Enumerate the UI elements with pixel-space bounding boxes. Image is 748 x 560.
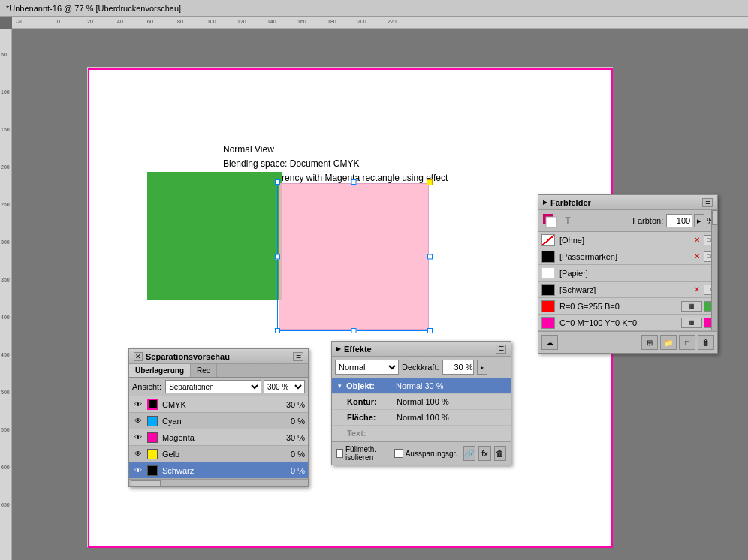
swatch-rgb-green-color [541, 300, 555, 312]
swatch-ohne-color [541, 234, 555, 246]
farbfelder-header[interactable]: ▶ Farbfelder ☰ [538, 195, 717, 210]
swatch-passermarken[interactable]: [Passermarken] ✕ □ [538, 248, 717, 265]
scrollbar-thumb[interactable] [712, 210, 718, 225]
sep-menu-btn[interactable]: ☰ [293, 352, 303, 361]
svg-rect-1 [546, 217, 556, 227]
effekte-list: ▾ Objekt: Normal 30 % Kontur: Normal 100… [332, 378, 511, 441]
sep-item-magenta[interactable]: 👁 Magenta 30 % [129, 429, 308, 446]
fill-color-btn[interactable] [541, 212, 558, 229]
swatch-passermarken-color [541, 251, 555, 263]
title-text: *Unbenannt-16 @ 77 % [Überdruckenvorscha… [6, 4, 181, 13]
sep-item-gelb[interactable]: 👁 Gelb 0 % [129, 446, 308, 462]
sep-scrollbar-thumb[interactable] [131, 480, 161, 486]
sep-scrollbar-h[interactable] [129, 479, 308, 486]
farbfelder-footer: ☁ ⊞ 📁 □ 🗑 [538, 331, 717, 353]
effekte-menu-btn[interactable]: ☰ [496, 345, 506, 354]
aussparungsgr-label: Aussparungsgr. [406, 450, 458, 458]
swatch-schwarz-x: ✕ [692, 285, 702, 295]
sep-ansicht-select[interactable]: Separationen [165, 380, 261, 393]
aussparungsgr-checkbox[interactable] [394, 449, 403, 458]
sep-eye-schwarz[interactable]: 👁 [132, 465, 144, 477]
swatch-papier-label: [Papier] [559, 269, 714, 278]
farbfelder-toolbar: T Farbton: ▸ % [538, 210, 717, 232]
effekte-objekt-label: Objekt: [346, 381, 391, 390]
effekte-title: Effekte [344, 345, 494, 354]
effekte-objekt-value: Normal 30 % [396, 381, 505, 390]
swatch-passermarken-x: ✕ [692, 251, 702, 262]
effekte-flaeche-label: Fläche: [347, 413, 392, 422]
sep-ansicht-label: Ansicht: [132, 382, 161, 391]
sep-eye-magenta[interactable]: 👁 [132, 432, 144, 444]
sep-color-magenta [147, 432, 158, 443]
sep-name-magenta: Magenta [162, 433, 282, 442]
effekte-objekt-expand[interactable]: ▾ [338, 382, 342, 390]
sep-close-btn[interactable]: ✕ [134, 352, 143, 361]
effekte-flaeche-value: Normal 100 % [397, 413, 505, 422]
farbfelder-menu-btn[interactable]: ☰ [702, 198, 713, 207]
sep-tab-ueberlagerung[interactable]: Überlagerung [129, 364, 191, 377]
sep-item-cyan[interactable]: 👁 Cyan 0 % [129, 413, 308, 429]
swatch-rgb-green-new1: ▦ [681, 301, 702, 312]
sep-tab-rec[interactable]: Rec [191, 364, 217, 377]
separationsvorschau-panel: ✕ Separationsvorschau ☰ Überlagerung Rec… [128, 348, 309, 487]
effekte-header[interactable]: ▶ Effekte ☰ [332, 342, 511, 357]
swatch-ohne[interactable]: [Ohne] ✕ □ [538, 232, 717, 248]
swatch-passermarken-label: [Passermarken] [559, 252, 690, 261]
swatch-list: [Ohne] ✕ □ [Passermarken] ✕ □ [Papier] [… [538, 232, 717, 331]
sep-controls: Ansicht: Separationen 300 % [129, 378, 308, 396]
sep-tabs: Überlagerung Rec [129, 364, 308, 378]
sep-header[interactable]: ✕ Separationsvorschau ☰ [129, 349, 308, 364]
effekte-kontur-label: Kontur: [347, 397, 392, 406]
sep-item-schwarz[interactable]: 👁 Schwarz 0 % [129, 462, 308, 479]
effekte-footer: Füllmeth. isolieren Aussparungsgr. 🔗 fx … [332, 441, 511, 465]
effekte-item-objekt[interactable]: ▾ Objekt: Normal 30 % [332, 378, 511, 394]
annotation-line2: Blending space: Document CMYK [223, 157, 448, 171]
sep-pct-gelb: 0 % [282, 450, 305, 459]
folder-icon-btn[interactable]: 📁 [660, 335, 677, 350]
text-color-btn[interactable]: T [559, 212, 576, 229]
farbton-arrow-btn[interactable]: ▸ [694, 214, 704, 227]
sep-eye-cyan[interactable]: 👁 [132, 415, 144, 427]
swatch-rgb-green[interactable]: R=0 G=255 B=0 ▦ [538, 298, 717, 315]
effekte-panel: ▶ Effekte ☰ Normal Deckkraft: ▸ ▾ Objekt… [331, 341, 511, 465]
ruler-horizontal: -20 0 20 40 60 80 100 120 140 160 180 20… [12, 17, 748, 29]
farbfelder-scrollbar[interactable] [711, 210, 717, 330]
swatch-cmyk-magenta-new1: ▦ [681, 318, 702, 328]
opacity-arrow-btn[interactable]: ▸ [477, 360, 487, 375]
effekte-triangle: ▶ [336, 345, 341, 352]
fuellmeth-checkbox[interactable] [336, 449, 343, 458]
swatch-schwarz-label: [Schwarz] [559, 285, 690, 294]
effekte-item-text[interactable]: Text: [332, 426, 511, 441]
blend-mode-select[interactable]: Normal [335, 360, 399, 375]
opacity-label: Deckkraft: [402, 363, 439, 372]
new-swatch-btn[interactable]: □ [679, 335, 695, 350]
main-canvas-area: Normal View Blending space: Document CMY… [12, 29, 748, 560]
swatch-papier[interactable]: [Papier] [538, 265, 717, 282]
farbton-input[interactable] [666, 214, 692, 227]
sep-item-cmyk[interactable]: 👁 CMYK 30 % [129, 396, 308, 413]
effekte-item-kontur[interactable]: Kontur: Normal 100 % [332, 394, 511, 410]
delete-swatch-btn[interactable]: 🗑 [698, 335, 714, 350]
sep-name-cmyk: CMYK [162, 400, 282, 409]
green-rectangle[interactable] [147, 172, 282, 300]
swatch-ohne-x: ✕ [692, 235, 702, 245]
opacity-input[interactable] [442, 360, 474, 375]
effekte-link-btn[interactable]: 🔗 [463, 446, 475, 461]
effekte-blend-controls: Normal Deckkraft: ▸ [332, 357, 511, 378]
cloud-icon-btn[interactable]: ☁ [541, 335, 558, 350]
swatch-cmyk-magenta[interactable]: C=0 M=100 Y=0 K=0 ▦ [538, 315, 717, 331]
sep-eye-cmyk[interactable]: 👁 [132, 399, 144, 411]
effekte-fx-btn[interactable]: fx [478, 446, 490, 461]
effekte-item-flaeche[interactable]: Fläche: Normal 100 % [332, 410, 511, 426]
effekte-trash-btn[interactable]: 🗑 [494, 446, 506, 461]
swatch-schwarz[interactable]: [Schwarz] ✕ □ [538, 282, 717, 298]
sep-list: 👁 CMYK 30 % 👁 Cyan 0 % 👁 Magenta 30 % 👁 [129, 396, 308, 479]
sep-eye-gelb[interactable]: 👁 [132, 448, 144, 460]
sep-title: Separationsvorschau [146, 352, 291, 361]
swatch-ohne-label: [Ohne] [559, 236, 690, 245]
sep-color-cmyk [147, 399, 158, 410]
sep-zoom-select[interactable]: 300 % [264, 380, 305, 393]
magenta-rectangle[interactable] [279, 183, 429, 330]
sep-pct-cyan: 0 % [282, 417, 305, 426]
grid-icon-btn[interactable]: ⊞ [641, 335, 658, 350]
